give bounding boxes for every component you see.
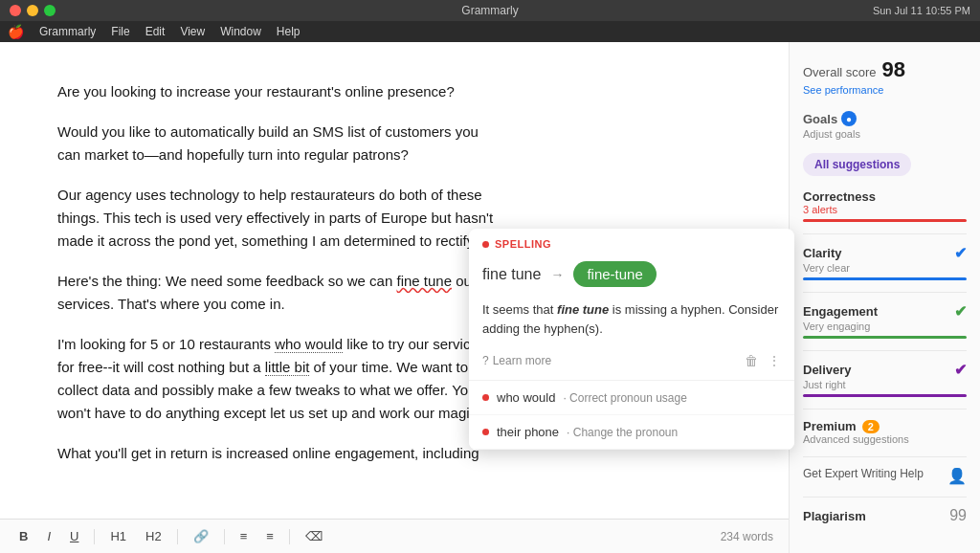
correctness-label: Correctness — [803, 189, 876, 204]
premium-section: Premium 2 Advanced suggestions — [803, 419, 967, 445]
clarity-label: Clarity ✔ — [803, 244, 967, 262]
menu-grammarly[interactable]: Grammarly — [39, 25, 96, 38]
all-suggestions-button[interactable]: All suggestions — [803, 153, 911, 176]
delivery-check-icon: ✔ — [954, 361, 967, 379]
paragraph-5: I'm looking for 5 or 10 restaurants who … — [57, 333, 498, 425]
panel-divider-2 — [803, 292, 967, 293]
premium-sub: Advanced suggestions — [803, 433, 967, 445]
suggestion-label-2: · Change the pronoun — [567, 426, 678, 439]
correctness-section: Correctness 3 alerts — [803, 189, 967, 222]
suggestion-text-2: their phone — [497, 425, 559, 439]
popup-description: It seems that fine tune is missing a hyp… — [469, 297, 794, 347]
date-time: Sun Jul 11 10:55 PM — [873, 5, 970, 16]
suggestion-dot-icon — [482, 394, 489, 401]
engagement-check-icon: ✔ — [954, 302, 967, 321]
more-options-icon[interactable]: ⋮ — [768, 353, 781, 368]
panel-divider-1 — [803, 233, 967, 234]
delivery-bar — [803, 394, 967, 397]
premium-label: Premium 2 — [803, 419, 967, 433]
goals-label: Goals ● — [803, 111, 967, 126]
menu-window[interactable]: Window — [220, 25, 261, 38]
popup-fix-button[interactable]: fine-tune — [573, 261, 656, 287]
toolbar-separator-1 — [94, 529, 95, 544]
toolbar-separator-3 — [224, 529, 225, 544]
right-panel: Overall score 98 See performance Goals ●… — [789, 42, 980, 553]
paragraph-2: Would you like to automatically build an… — [57, 121, 498, 166]
goals-section: Goals ● Adjust goals — [803, 111, 967, 140]
menubar: 🍎 Grammarly File Edit View Window Help — [0, 21, 980, 42]
delete-suggestion-icon[interactable]: 🗑 — [745, 353, 758, 368]
panel-divider-5 — [803, 456, 967, 457]
premium-badge: 2 — [862, 420, 880, 433]
plagiarism-section[interactable]: Plagiarism 99 — [803, 507, 967, 524]
suggestion-popup: SPELLING fine tune → fine-tune It seems … — [469, 229, 794, 450]
traffic-lights — [10, 5, 56, 16]
learn-more-link[interactable]: ? Learn more — [482, 354, 551, 367]
h1-button[interactable]: H1 — [106, 527, 130, 545]
delivery-label: Delivery ✔ — [803, 361, 967, 379]
engagement-label: Engagement ✔ — [803, 302, 967, 321]
panel-divider-6 — [803, 497, 967, 498]
plagiarism-label: Plagiarism — [803, 509, 866, 523]
paragraph-1: Are you looking to increase your restaur… — [57, 80, 498, 103]
suggestion-label-1: · Correct pronoun usage — [563, 391, 686, 405]
paragraph-6: What you'll get in return is increased o… — [57, 442, 498, 465]
engagement-sub: Very engaging — [803, 321, 967, 332]
toolbar-separator-4 — [289, 529, 290, 544]
popup-actions: ? Learn more 🗑 ⋮ — [469, 347, 794, 380]
highlighted-word[interactable]: fine tune — [396, 273, 452, 289]
suggestion-text-1: who would — [497, 390, 555, 405]
underline-button[interactable]: U — [66, 527, 82, 545]
score-row: Overall score 98 — [803, 57, 967, 82]
bold-button[interactable]: B — [15, 527, 32, 545]
menu-file[interactable]: File — [111, 25, 129, 38]
correctness-alerts: 3 alerts — [803, 204, 967, 215]
underlined-phrase-1: who would — [275, 336, 343, 353]
clarity-section: Clarity ✔ Very clear — [803, 244, 967, 280]
menu-view[interactable]: View — [180, 25, 205, 38]
side-suggestion-1[interactable]: who would · Correct pronoun usage — [469, 381, 794, 415]
minimize-button[interactable] — [27, 5, 38, 16]
goals-sub[interactable]: Adjust goals — [803, 128, 967, 140]
system-tray: Sun Jul 11 10:55 PM — [873, 5, 970, 16]
overall-score-label: Overall score — [803, 65, 877, 79]
italic-button[interactable]: I — [43, 527, 55, 545]
app-container: Are you looking to increase your restaur… — [0, 42, 980, 553]
popup-correction: fine tune → fine-tune — [469, 255, 794, 297]
clear-format-button[interactable]: ⌫ — [301, 527, 326, 545]
paragraph-4: Here's the thing: We need some feedback … — [57, 270, 498, 316]
h2-button[interactable]: H2 — [142, 527, 166, 545]
popup-type: SPELLING — [469, 229, 794, 255]
word-count: 234 words — [721, 530, 773, 543]
expert-label: Get Expert Writing Help — [803, 467, 924, 480]
link-button[interactable]: 🔗 — [189, 527, 212, 545]
underlined-phrase-2: little bit — [265, 359, 310, 376]
plagiarism-icon: 99 — [949, 507, 967, 524]
see-performance-link[interactable]: See performance — [803, 84, 967, 96]
overall-score-value: 98 — [882, 57, 905, 82]
apple-menu[interactable]: 🍎 — [8, 24, 24, 39]
panel-divider-4 — [803, 409, 967, 409]
correctness-bar — [803, 219, 967, 222]
menu-edit[interactable]: Edit — [145, 25, 166, 38]
side-suggestion-2[interactable]: their phone · Change the pronoun — [469, 415, 794, 450]
score-section: Overall score 98 See performance — [803, 57, 967, 96]
suggestion-dot-icon-2 — [482, 429, 489, 435]
ordered-list-button[interactable]: ≡ — [236, 527, 252, 545]
question-icon: ? — [482, 354, 489, 367]
maximize-button[interactable] — [44, 5, 56, 16]
goals-icon: ● — [841, 111, 857, 126]
unordered-list-button[interactable]: ≡ — [262, 527, 278, 545]
delivery-section: Delivery ✔ Just right — [803, 361, 967, 397]
delivery-sub: Just right — [803, 379, 967, 390]
editor-area: Are you looking to increase your restaur… — [0, 42, 789, 553]
popup-dot-icon — [482, 241, 489, 248]
popup-original-word: fine tune — [482, 266, 541, 283]
clarity-sub: Very clear — [803, 262, 967, 274]
close-button[interactable] — [10, 5, 21, 16]
window-title: Grammarly — [461, 4, 518, 17]
menu-help[interactable]: Help — [277, 25, 301, 38]
expert-section[interactable]: Get Expert Writing Help 👤 — [803, 467, 967, 485]
editor-toolbar: B I U H1 H2 🔗 ≡ ≡ ⌫ 234 words — [0, 519, 789, 553]
paragraph-3: Our agency uses technology to help resta… — [57, 184, 498, 253]
